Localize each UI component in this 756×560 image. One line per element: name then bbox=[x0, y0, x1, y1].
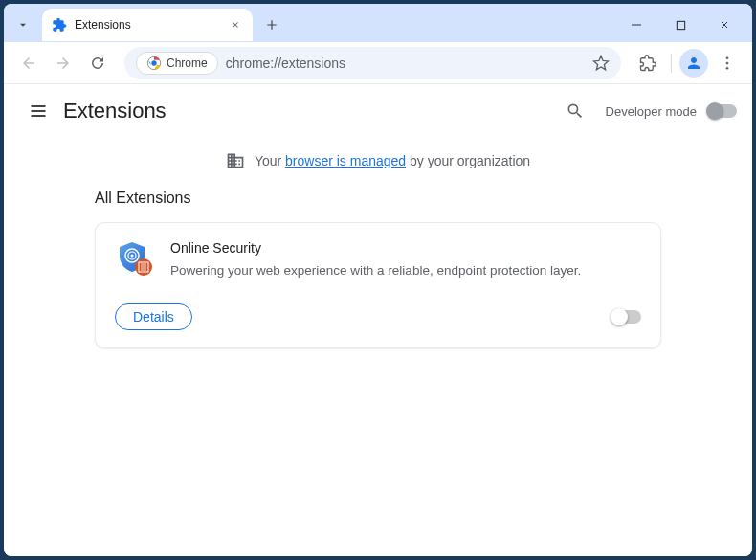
extension-name: Online Security bbox=[170, 240, 641, 256]
maximize-button[interactable] bbox=[658, 10, 702, 40]
back-button[interactable] bbox=[13, 48, 44, 78]
managed-prefix: Your bbox=[255, 153, 285, 168]
site-chip-label: Chrome bbox=[167, 56, 208, 70]
svg-point-3 bbox=[726, 56, 729, 59]
tab-search-button[interactable] bbox=[10, 11, 36, 38]
profile-button[interactable] bbox=[679, 49, 708, 78]
chrome-icon bbox=[146, 56, 162, 71]
extension-icon bbox=[52, 17, 67, 33]
reload-button[interactable] bbox=[82, 48, 113, 78]
close-window-button[interactable] bbox=[702, 10, 746, 40]
address-bar[interactable]: Chrome chrome://extensions bbox=[124, 47, 621, 79]
svg-point-9 bbox=[135, 258, 152, 276]
window-controls bbox=[614, 10, 746, 40]
search-button[interactable] bbox=[556, 92, 594, 130]
page-content: Extensions Developer mode Your browser i… bbox=[4, 84, 752, 556]
page-title: Extensions bbox=[63, 99, 167, 123]
extension-app-icon bbox=[115, 240, 153, 279]
main-menu-button[interactable] bbox=[19, 92, 57, 130]
building-icon bbox=[226, 151, 245, 170]
new-tab-button[interactable] bbox=[258, 11, 285, 38]
managed-suffix: by your organization bbox=[406, 153, 530, 168]
managed-banner: Your browser is managed by your organiza… bbox=[4, 138, 752, 190]
tab-close-button[interactable] bbox=[228, 17, 243, 33]
svg-point-5 bbox=[726, 66, 729, 69]
minimize-button[interactable] bbox=[614, 10, 658, 40]
tab-title: Extensions bbox=[75, 18, 220, 32]
svg-point-8 bbox=[131, 255, 134, 258]
extension-enable-toggle[interactable] bbox=[612, 310, 641, 324]
managed-link[interactable]: browser is managed bbox=[285, 153, 406, 168]
tab-bar: Extensions bbox=[4, 4, 752, 42]
extensions-section: All Extensions bbox=[72, 190, 684, 348]
bookmark-button[interactable] bbox=[592, 55, 610, 72]
site-chip[interactable]: Chrome bbox=[136, 52, 218, 75]
svg-point-4 bbox=[726, 61, 729, 64]
svg-rect-0 bbox=[677, 21, 684, 29]
details-button[interactable]: Details bbox=[115, 303, 192, 330]
url-text: chrome://extensions bbox=[226, 56, 585, 71]
developer-mode-toggle[interactable] bbox=[708, 104, 737, 118]
extension-description: Powering your web experience with a reli… bbox=[170, 261, 641, 280]
section-title: All Extensions bbox=[95, 190, 661, 207]
toolbar-separator bbox=[671, 54, 672, 73]
extension-card: Online Security Powering your web experi… bbox=[95, 222, 661, 348]
forward-button[interactable] bbox=[48, 48, 78, 78]
browser-tab[interactable]: Extensions bbox=[42, 9, 253, 41]
svg-point-2 bbox=[151, 60, 156, 65]
extensions-button[interactable] bbox=[633, 48, 663, 78]
extensions-header: Extensions Developer mode bbox=[4, 84, 752, 138]
developer-mode-label: Developer mode bbox=[606, 104, 697, 119]
menu-button[interactable] bbox=[712, 48, 743, 78]
toolbar: Chrome chrome://extensions bbox=[4, 42, 752, 84]
